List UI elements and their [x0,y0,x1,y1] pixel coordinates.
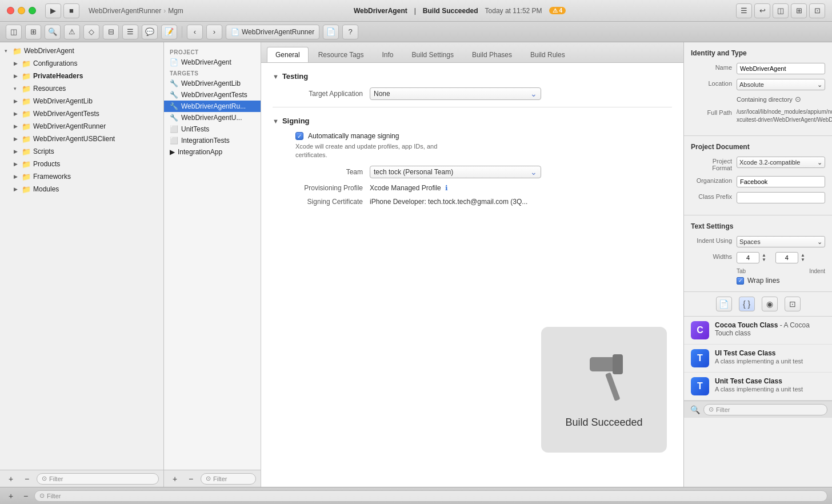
warning-btn[interactable]: ⚠ [64,25,80,39]
navigator-filter[interactable]: ⊙ Filter [201,473,256,485]
tab-width-input[interactable] [737,252,759,263]
add-target-btn[interactable]: + [169,473,181,485]
bubble-btn[interactable]: 💬 [142,25,158,39]
nav-item-integrationtests[interactable]: ⬜ IntegrationTests [164,135,261,146]
wrap-checkbox[interactable]: ✓ [737,277,744,285]
stop-button[interactable]: ■ [63,3,79,18]
tab-build-rules[interactable]: Build Rules [522,47,574,62]
org-input[interactable] [737,176,825,187]
braces-icon-btn[interactable]: { } [739,297,755,311]
forward-btn[interactable]: › [206,25,222,39]
signing-label: Signing [282,117,310,125]
containing-dir-btn[interactable]: ⊙ [795,95,801,103]
sidebar-item-webdriveragenttests[interactable]: ▶ 📁 WebDriverAgentTests [9,107,163,120]
sidebar-filter[interactable]: ⊙ Filter [37,473,159,485]
svg-rect-0 [605,372,620,401]
sidebar-item-resources[interactable]: ▾ 📁 Resources [9,82,163,95]
location-select[interactable]: Absolute ⌄ [737,79,825,90]
sidebar-item-products[interactable]: ▶ 📁 Products [9,158,163,170]
nav-item-project[interactable]: 📄 WebDriverAgent [164,57,261,68]
titlebar-right: ☰ ↩ ◫ ⊞ ⊡ [736,3,825,18]
library-item-ui-test[interactable]: T UI Test Case Class A class implementin… [684,345,832,373]
layout-btn-4[interactable]: ⊞ [791,3,807,18]
project-section-label: PROJECT [164,47,261,57]
close-button[interactable] [7,7,14,14]
add-file-btn[interactable]: + [5,473,17,485]
sidebar-item-privateheaders[interactable]: ▶ 📁 PrivateHeaders [9,70,163,82]
inspector-filter[interactable]: ⊙ Filter [703,404,827,415]
signing-section-header: ▼ Signing [273,117,672,125]
class-prefix-input[interactable] [737,192,825,203]
sidebar-content: ▾ 📁 WebDriverAgent ▶ 📁 Configurations ▶ … [0,42,163,470]
team-select[interactable]: tech tock (Personal Team) ⌄ [370,166,541,178]
tab-build-phases[interactable]: Build Phases [463,47,521,62]
tab-build-settings[interactable]: Build Settings [403,47,462,62]
tab-resource-tags[interactable]: Resource Tags [310,47,373,62]
note-btn[interactable]: 📝 [161,25,177,39]
breadcrumb-item2[interactable]: Mgm [168,7,183,15]
down-arrow-icon: ▼ [801,258,805,262]
bookmark-btn[interactable]: ◇ [83,25,99,39]
sidebar-item-webdriveragentlib[interactable]: ▶ 📁 WebDriverAgentLib [9,95,163,107]
provisioning-control: Xcode Managed Profile ℹ [370,184,541,192]
search-btn[interactable]: 🔍 [45,25,61,39]
hierarchy-btn[interactable]: ⊞ [25,25,41,39]
sidebar-item-webdriveragentrunner[interactable]: ▶ 📁 WebDriverAgentRunner [9,120,163,133]
scheme-selector[interactable]: 📄 WebDriverAgentRunner [226,25,319,39]
navigator-toggle[interactable]: ◫ [6,25,22,39]
layout-btn-5[interactable]: ⊡ [809,3,825,18]
sidebar-item-frameworks[interactable]: ▶ 📁 Frameworks [9,170,163,183]
indent-using-select[interactable]: Spaces ⌄ [737,236,825,247]
filter-icon: ⊙ [709,406,714,413]
breadcrumb-item1[interactable]: WebDriverAgentRunner [89,7,161,15]
back-btn[interactable]: ‹ [187,25,203,39]
project-format-select[interactable]: Xcode 3.2-compatible ⌄ [737,157,825,168]
list-btn[interactable]: ☰ [122,25,138,39]
indent-width-input[interactable] [775,252,798,263]
circle-icon-btn[interactable]: ◉ [762,297,778,311]
minimize-button[interactable] [18,7,25,14]
inspector-icon[interactable]: 📄 [323,25,339,39]
build-succeeded-label: Build Succeeded [565,417,642,429]
nav-item-webdriveragenttests[interactable]: 🔧 WebDriverAgentTests [164,89,261,101]
add-item-btn[interactable]: + [5,490,17,502]
maximize-button[interactable] [29,7,36,14]
nav-item-webdriveragentusbclient[interactable]: 🔧 WebDriverAgentU... [164,112,261,123]
library-item-unit-test[interactable]: T Unit Test Case Class A class implement… [684,373,832,401]
layout-btn-1[interactable]: ☰ [736,3,752,18]
tab-info[interactable]: Info [374,47,402,62]
target-app-select[interactable]: None ⌄ [370,87,541,100]
tab-stepper-arrows[interactable]: ▲ ▼ [762,253,766,262]
play-button[interactable]: ▶ [45,3,61,18]
file-icon-btn[interactable]: 📄 [716,297,732,311]
remove-file-btn[interactable]: − [21,473,33,485]
remove-target-btn[interactable]: − [185,473,197,485]
filter-icon: ⊙ [206,475,211,482]
bottom-filter[interactable]: ⊙ Filter [34,490,827,502]
nav-item-unittests[interactable]: ⬜ UnitTests [164,123,261,135]
name-input[interactable] [737,63,825,74]
layout-btn-3[interactable]: ◫ [773,3,789,18]
tab-general[interactable]: General [267,47,309,62]
nav-item-webdriveragentrunner[interactable]: 🔧 WebDriverAgentRu... [164,101,261,112]
indent-stepper-arrows[interactable]: ▲ ▼ [801,253,805,262]
grid-btn[interactable]: ⊟ [103,25,119,39]
sidebar-item-webdriveragent[interactable]: ▾ 📁 WebDriverAgent [0,45,163,57]
nav-item-webdriveragentlib[interactable]: 🔧 WebDriverAgentLib [164,78,261,89]
help-btn[interactable]: ? [342,25,358,39]
nav-item-integrationapp[interactable]: ▶ IntegrationApp [164,146,261,158]
remove-item-btn[interactable]: − [19,490,32,502]
sidebar-item-scripts[interactable]: ▶ 📁 Scripts [9,145,163,158]
auto-manage-checkbox[interactable]: ✓ [295,132,303,140]
cert-row: Signing Certificate iPhone Developer: te… [273,198,672,206]
sidebar-item-webdriveragentusbclient[interactable]: ▶ 📁 WebDriverAgentUSBClient [9,133,163,145]
unittest-title: Unit Test Case Class [715,377,825,385]
uitest-icon: T [691,349,709,367]
square-icon-btn[interactable]: ⊡ [785,297,801,311]
layout-btn-2[interactable]: ↩ [754,3,770,18]
sidebar-label: WebDriverAgentLib [33,97,93,105]
info-icon[interactable]: ℹ [445,184,448,192]
sidebar-item-modules[interactable]: ▶ 📁 Modules [9,183,163,195]
sidebar-item-configurations[interactable]: ▶ 📁 Configurations [9,57,163,70]
library-item-cocoa[interactable]: C Cocoa Touch Class - A Cocoa Touch clas… [684,317,832,345]
